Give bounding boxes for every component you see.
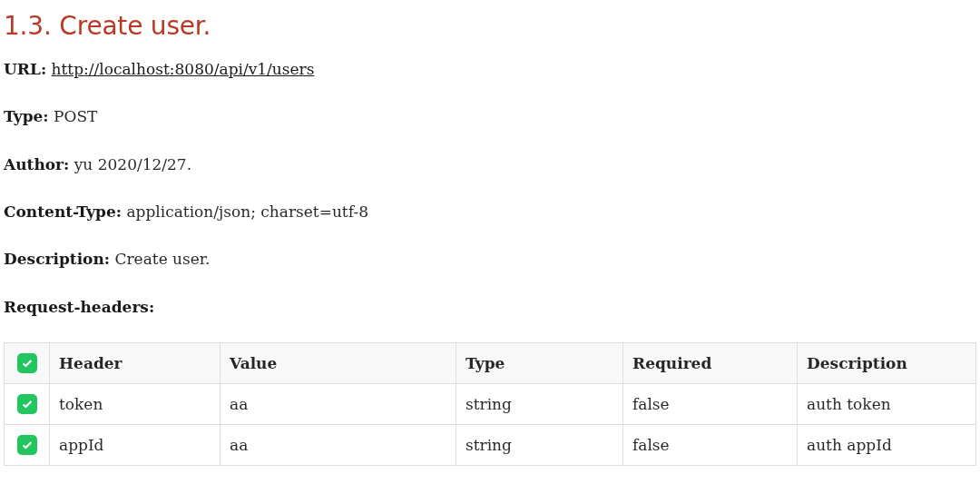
cell-header: token [50, 384, 220, 425]
row-check-cell [5, 425, 50, 466]
cell-type: string [456, 425, 623, 466]
description-line: Description: Create user. [4, 247, 976, 271]
cell-required: false [623, 425, 798, 466]
cell-header: appId [50, 425, 220, 466]
table-header-check [5, 343, 50, 384]
type-line: Type: POST [4, 104, 976, 128]
request-headers-label-text: Request-headers: [4, 298, 154, 316]
content-type-line: Content-Type: application/json; charset=… [4, 200, 976, 223]
url-line: URL: http://localhost:8080/api/v1/users [4, 57, 976, 81]
col-header-description: Description [798, 343, 976, 384]
content-type-label: Content-Type: [4, 202, 122, 221]
cell-required: false [623, 384, 798, 425]
row-check-cell [5, 384, 50, 425]
section-heading: 1.3. Create user. [4, 11, 976, 41]
col-header-value: Value [220, 343, 456, 384]
author-line: Author: yu 2020/12/27. [4, 153, 976, 176]
check-icon[interactable] [17, 353, 37, 373]
type-label: Type: [4, 107, 49, 125]
url-value-link[interactable]: http://localhost:8080/api/v1/users [52, 60, 315, 78]
check-icon[interactable] [17, 435, 37, 455]
request-headers-table: Header Value Type Required Description t… [4, 342, 976, 466]
table-row: appId aa string false auth appId [5, 425, 976, 466]
cell-type: string [456, 384, 623, 425]
col-header-required: Required [623, 343, 798, 384]
table-header-row: Header Value Type Required Description [5, 343, 976, 384]
cell-value: aa [220, 425, 456, 466]
author-value: yu 2020/12/27. [74, 155, 191, 173]
author-label: Author: [4, 155, 69, 173]
col-header-header: Header [50, 343, 220, 384]
request-headers-label: Request-headers: [4, 295, 976, 319]
cell-description: auth token [798, 384, 976, 425]
content-type-value: application/json; charset=utf-8 [126, 202, 368, 221]
type-value: POST [54, 107, 97, 125]
description-value: Create user. [114, 250, 210, 268]
url-label: URL: [4, 60, 46, 78]
table-row: token aa string false auth token [5, 384, 976, 425]
check-icon[interactable] [17, 394, 37, 414]
cell-description: auth appId [798, 425, 976, 466]
cell-value: aa [220, 384, 456, 425]
col-header-type: Type [456, 343, 623, 384]
description-label: Description: [4, 250, 110, 268]
